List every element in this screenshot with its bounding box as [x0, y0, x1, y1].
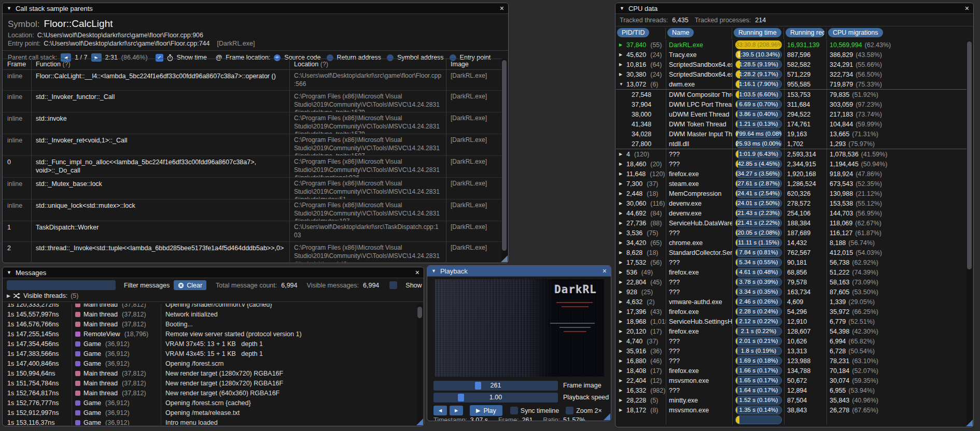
header-pid-tid[interactable]: PID/TID	[617, 28, 649, 37]
prev-frame-button[interactable]: ◀	[433, 406, 447, 415]
callstack-row[interactable]: inlinestd::invokeC:\Program Files (x86)\…	[3, 112, 501, 134]
cpu-row[interactable]: ▶16,332(982)???1.64 s (0.17%)12,8946,955…	[616, 385, 967, 395]
close-icon[interactable]: ×	[415, 269, 419, 276]
close-icon[interactable]: ×	[965, 5, 969, 12]
header-function[interactable]: Function (?)	[31, 59, 289, 70]
cpu-row[interactable]: ▶18,172(8)msvsmon.exe1.35 s (0.14%)38,84…	[616, 405, 967, 415]
expand-row-icon[interactable]: ▶	[619, 72, 624, 77]
cpu-row[interactable]: ▶11,648(120)firefox.exe34.27 s (3.56%)1,…	[616, 169, 967, 179]
header-frame[interactable]: Frame	[3, 59, 31, 70]
sync-timeline-checkbox[interactable]	[510, 407, 518, 414]
resize-grip[interactable]	[604, 413, 610, 420]
callstack-scrollbar[interactable]	[501, 59, 507, 262]
expand-row-icon[interactable]: ▶	[619, 309, 624, 314]
cpu-row[interactable]: ▶45,620(24)Tracy.exe1:39.5 (10.34%)887,5…	[616, 50, 967, 60]
callstack-row[interactable]: inlinestd::unique_lock<std::mutex>::lock…	[3, 199, 501, 221]
header-image[interactable]: Image	[446, 59, 501, 70]
playback-titlebar[interactable]: ▼ Playback ×	[427, 266, 611, 277]
cpu-row[interactable]: ▶7,300(37)steam.exe27.61 s (2.87%)1,286,…	[616, 179, 967, 189]
callstack-row[interactable]: inlinestd::_Invoker_ret<void,1>::_CallC:…	[3, 134, 501, 156]
header-running-regions[interactable]: Running regions	[786, 28, 824, 37]
play-button[interactable]: ▶Play	[470, 405, 502, 416]
expand-row-icon[interactable]: ▶	[619, 319, 624, 324]
cpu-row[interactable]	[616, 415, 967, 425]
cpu-row[interactable]: ▶35,916(36)???1.8 s (0.19%)13,3136,728(5…	[616, 346, 967, 356]
message-row[interactable]: 1s 150,994,64nsMain thread(37,812)New re…	[3, 368, 417, 378]
cpu-row[interactable]: ▶10,816(64)ScriptedSandbox64.exe1:28.5 (…	[616, 60, 967, 69]
expand-row-icon[interactable]: ▶	[619, 358, 624, 363]
expand-row-icon[interactable]: ▶	[619, 270, 624, 275]
collapse-icon[interactable]: ▼	[620, 6, 624, 11]
collapse-icon[interactable]: ▼	[7, 6, 11, 11]
cpu-row[interactable]: ▶4,632(2)vmware-authd.exe2.46 s (0.26%)4…	[616, 297, 967, 307]
cpu-row[interactable]: ▶28,228(5)mintty.exe1.52 s (0.16%)87,504…	[616, 395, 967, 405]
message-row[interactable]: 1s 120,333,272nsMain thread(37,812)Openi…	[3, 304, 417, 309]
expand-row-icon[interactable]: ▶	[619, 329, 624, 334]
clear-button[interactable]: Clear	[174, 280, 206, 290]
zoom-2x-checkbox[interactable]	[566, 407, 573, 414]
cpu-row[interactable]: ▶17,396(43)firefox.exe2.28 s (0.24%)54,2…	[616, 307, 967, 317]
callstack-titlebar[interactable]: ▼ Call stack sample parents ×	[3, 3, 508, 14]
message-row[interactable]: 1s 152,764,817nsMain thread(37,812)New r…	[3, 388, 417, 398]
show-images-checkbox[interactable]	[389, 281, 397, 289]
next-frame-button[interactable]: ▶	[450, 406, 463, 415]
cpu-row[interactable]: ▶22,804(45)???3.78 s (0.39%)79,57858,163…	[616, 277, 967, 287]
cpu-row[interactable]: ▶2,448(18)MemCompression24.41 s (2.54%)6…	[616, 189, 967, 198]
expand-row-icon[interactable]: ▶	[619, 62, 624, 67]
expand-row-icon[interactable]: ▶	[619, 290, 624, 294]
message-filter-input[interactable]	[7, 280, 116, 290]
callstack-row[interactable]: inlinestd::_Mutex_base::lockC:\Program F…	[3, 178, 501, 199]
cpu-row[interactable]: ▶20,120(17)firefox.exe2.1 s (0.22%)128,6…	[616, 326, 967, 336]
expand-row-icon[interactable]: ▶	[619, 408, 624, 412]
message-row[interactable]: 1s 147,354,456nsGame(36,912)VRAM 37x45: …	[3, 339, 417, 349]
message-row[interactable]: 1s 151,754,784nsMain thread(37,812)New r…	[3, 378, 417, 388]
cpu-row[interactable]: ▶27,736(88)ServiceHub.DataWarehouse21.41…	[616, 218, 967, 228]
expand-row-icon[interactable]: ▶	[619, 162, 624, 166]
cpu-row[interactable]: ▶44,692(84)devenv.exe21.43 s (2.23%)254,…	[616, 208, 967, 218]
expand-row-icon[interactable]: ▶	[619, 339, 624, 343]
callstack-row[interactable]: 0std::_Func_impl_no_alloc<<lambda_5bc224…	[3, 156, 501, 178]
message-row[interactable]: 1s 152,912,997nsGame(36,912)Opening /met…	[3, 408, 417, 418]
expand-row-icon[interactable]: ▶	[619, 240, 624, 245]
cpu-row[interactable]: ▼13,072(6)dwm.exe1:16.1 (7.90%)955,58571…	[616, 79, 967, 89]
message-row[interactable]: 1s 153,116,37nsGame(36,912)Intro menu lo…	[3, 418, 417, 425]
expand-row-icon[interactable]: ▶	[619, 191, 624, 196]
messages-scrollbar[interactable]	[417, 304, 423, 425]
cpu-row[interactable]: ▶22,404(12)msvsmon.exe1.65 s (0.17%)50,6…	[616, 376, 967, 385]
close-icon[interactable]: ×	[603, 267, 607, 275]
cpu-row[interactable]: ▶34,420(65)chrome.exe11.11 s (1.15%)14,4…	[616, 238, 967, 248]
expand-row-icon[interactable]: ▶	[619, 398, 624, 403]
collapse-icon[interactable]: ▼	[431, 268, 436, 274]
resize-grip[interactable]	[501, 255, 508, 262]
cpu-row[interactable]: ▶30,380(24)ScriptedSandbox64.exe1:28.2 (…	[616, 69, 967, 79]
header-running-time[interactable]: Running time	[734, 28, 781, 37]
callstack-row[interactable]: inlinestd::_Invoker_functor::_CallC:\Pro…	[3, 91, 501, 112]
expand-row-icon[interactable]: ▶	[619, 181, 624, 186]
cpu-row[interactable]: 37,904DWM LPC Port Thread6.69 s (0.70%)3…	[616, 99, 967, 109]
message-row[interactable]: 1s 146,576,766nsMain thread(37,812)Booti…	[3, 319, 417, 329]
message-row[interactable]: 1s 147,400,846nsGame(36,912)Opening /for…	[3, 358, 417, 368]
expand-row-icon[interactable]: ▶	[619, 231, 624, 235]
callstack-row[interactable]: 1TaskDispatch::WorkerC:\Users\wolf\Deskt…	[3, 221, 501, 242]
cpu-titlebar[interactable]: ▼ CPU data ×	[615, 3, 973, 14]
cpu-row[interactable]: 34,028DWM Master Input Thread799.64 ms (…	[616, 129, 967, 139]
cpu-row[interactable]: ▶18,460(20)???42.85 s (4.45%)2,344,9151,…	[616, 159, 967, 169]
cpu-row[interactable]: ▶18,408(17)firefox.exe1.66 s (0.17%)134,…	[616, 366, 967, 376]
resize-grip[interactable]	[416, 419, 423, 425]
cpu-row[interactable]: ▶3,536(75)???20.05 s (2.08%)187,689116,1…	[616, 228, 967, 238]
callstack-row[interactable]: inlineFloor::CalcLight::__l4::<lambda_5b…	[3, 70, 501, 91]
message-row[interactable]: 1s 152,776,777nsGame(36,912)Opening /for…	[3, 398, 417, 408]
expand-row-icon[interactable]: ▶	[619, 52, 624, 57]
expand-row-icon[interactable]: ▶	[619, 378, 624, 383]
expand-row-icon[interactable]: ▶	[619, 280, 624, 284]
expand-row-icon[interactable]: ▶	[619, 388, 624, 393]
header-name[interactable]: Name	[667, 28, 694, 37]
expand-row-icon[interactable]: ▶	[619, 201, 624, 206]
messages-titlebar[interactable]: ▼ Messages ×	[3, 267, 424, 278]
cpu-row[interactable]: ▶18,968(1,018)ServiceHub.SettingsHost.ex…	[616, 317, 967, 326]
frame-slider[interactable]: 261	[433, 381, 558, 391]
cpu-row[interactable]: ▶37,840(55)DarkRL.exe33:30.8 (208.96%)16…	[616, 40, 967, 50]
cpu-row[interactable]: ▶928(25)???3.34 s (0.35%)163,73487,605(5…	[616, 287, 967, 297]
speed-slider[interactable]: 1.00	[433, 393, 558, 403]
cpu-row[interactable]: ▶4(120)???1:01.9 (6.43%)2,593,3141,078,5…	[616, 149, 967, 159]
